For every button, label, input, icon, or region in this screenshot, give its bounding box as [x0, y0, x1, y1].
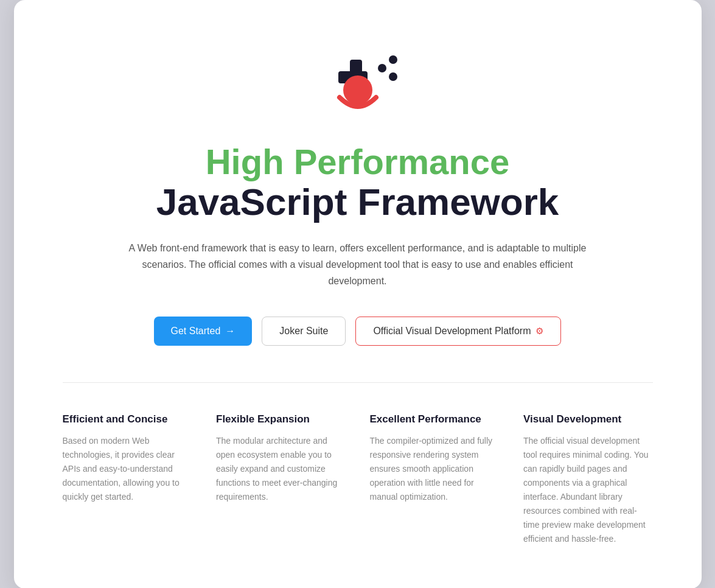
- feature-col-3: Visual DevelopmentThe official visual de…: [523, 413, 653, 547]
- feature-body-0: Based on modern Web technologies, it pro…: [63, 434, 192, 504]
- feature-body-3: The official visual development tool req…: [523, 434, 653, 547]
- feature-title-3: Visual Development: [523, 413, 653, 425]
- logo: [315, 37, 400, 124]
- official-platform-button[interactable]: Official Visual Development Platform ⚙: [355, 317, 561, 346]
- feature-body-2: The compiler-optimized and fully respons…: [370, 434, 500, 504]
- arrow-icon: →: [225, 326, 235, 337]
- main-card: High Performance JavaScript Framework A …: [14, 0, 702, 588]
- feature-title-0: Efficient and Concise: [63, 413, 192, 425]
- section-divider: [63, 382, 653, 383]
- feature-col-0: Efficient and ConciseBased on modern Web…: [63, 413, 192, 547]
- feature-title-2: Excellent Performance: [370, 413, 500, 425]
- feature-col-2: Excellent PerformanceThe compiler-optimi…: [370, 413, 500, 547]
- get-started-button[interactable]: Get Started →: [154, 317, 253, 346]
- button-row: Get Started → Joker Suite Official Visua…: [154, 317, 562, 346]
- platform-icon: ⚙: [535, 326, 543, 337]
- svg-point-3: [389, 55, 397, 64]
- hero-title-green: High Performance: [206, 142, 510, 181]
- joker-suite-button[interactable]: Joker Suite: [262, 317, 346, 346]
- svg-point-4: [389, 72, 397, 81]
- feature-body-1: The modular architecture and open ecosys…: [216, 434, 346, 504]
- hero-subtitle: A Web front-end framework that is easy t…: [120, 240, 595, 290]
- feature-title-1: Flexible Expansion: [216, 413, 346, 425]
- svg-point-5: [343, 75, 372, 105]
- svg-point-2: [378, 64, 386, 72]
- hero-title-dark: JavaScript Framework: [156, 181, 559, 223]
- feature-col-1: Flexible ExpansionThe modular architectu…: [216, 413, 346, 547]
- feature-grid: Efficient and ConciseBased on modern Web…: [63, 413, 653, 547]
